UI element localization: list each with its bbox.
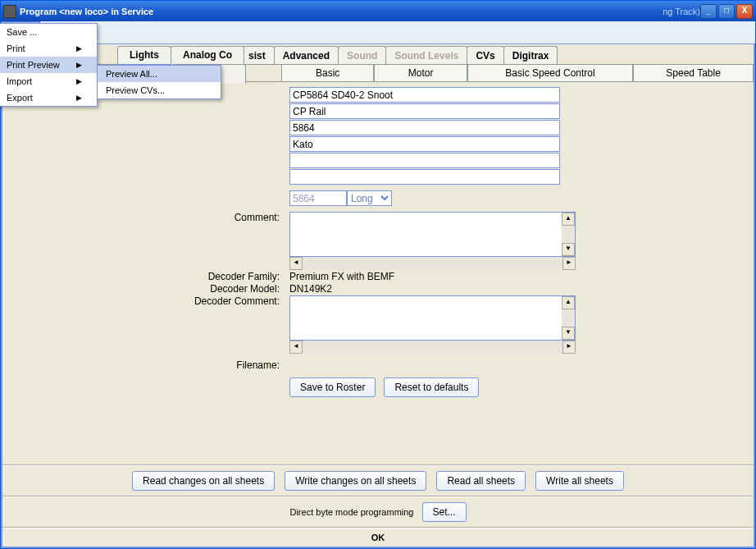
tab-sound[interactable]: Sound (338, 46, 386, 64)
decoder-comment-textarea[interactable]: ▲▼ (289, 295, 576, 341)
submenu-arrow-icon: ▶ (76, 94, 82, 102)
window-title: Program <new loco> in Service (20, 7, 515, 16)
menu-export[interactable]: Export▶ (0, 89, 97, 106)
owner-field[interactable] (289, 153, 560, 168)
filename-label: Filename: (11, 359, 289, 371)
scroll-up-icon[interactable]: ▲ (562, 213, 575, 226)
submenu-arrow-icon: ▶ (76, 77, 82, 85)
tab-basic-speed[interactable]: Basic Speed Control (467, 65, 633, 82)
scroll-down-icon[interactable]: ▼ (562, 327, 575, 340)
decoder-model-value: DN149K2 (289, 283, 332, 295)
scroll-right-icon[interactable]: ► (562, 257, 576, 270)
tab-consist[interactable]: sist (239, 46, 275, 64)
id-field[interactable] (289, 87, 560, 103)
read-all-button[interactable]: Read all sheets (436, 471, 526, 491)
mode-bar: Direct byte mode programming Set... (2, 496, 754, 527)
tab-analog-partial[interactable]: Analog Co (171, 46, 244, 66)
menu-save[interactable]: Save ... (0, 24, 97, 40)
decoder-family-value: Premium FX with BEMF (289, 271, 394, 282)
comment-label: Comment: (11, 212, 289, 223)
close-button[interactable]: X (736, 4, 753, 19)
read-changes-button[interactable]: Read changes on all sheets (132, 471, 275, 491)
comment-textarea[interactable]: ▲▼ (289, 212, 576, 257)
scroll-up-icon[interactable]: ▲ (562, 296, 575, 309)
tab-cvs[interactable]: CVs (467, 46, 503, 64)
titlebar: Program <new loco> in Service ng Track) … (1, 1, 755, 21)
minimize-button[interactable]: _ (700, 4, 717, 19)
write-all-button[interactable]: Write all sheets (535, 471, 624, 491)
tab-advanced[interactable]: Advanced (274, 46, 339, 64)
main-window: Program <new loco> in Service ng Track) … (0, 0, 756, 549)
decoder-comment-label: Decoder Comment: (11, 295, 289, 307)
reset-to-defaults-button[interactable]: Reset to defaults (384, 377, 479, 397)
content-area: sist Advanced Sound Sound Levels CVs Dig… (1, 44, 755, 548)
tabs-upper: sist Advanced Sound Sound Levels CVs Dig… (2, 46, 754, 64)
menu-import[interactable]: Import▶ (0, 73, 97, 89)
road-field[interactable] (289, 103, 560, 119)
maximize-button[interactable]: □ (718, 4, 735, 19)
write-changes-button[interactable]: Write changes on all sheets (285, 471, 426, 491)
scroll-right-icon[interactable]: ► (562, 341, 576, 354)
menu-preview-cvs[interactable]: Preview CVs... (98, 82, 221, 98)
window-title-secondary: ng Track) (663, 7, 700, 16)
manufacturer-field[interactable] (289, 136, 560, 152)
ok-button[interactable]: OK (371, 533, 385, 542)
submenu-arrow-icon: ▶ (76, 44, 82, 53)
tab-digitrax[interactable]: Digitrax (503, 46, 558, 64)
decoder-model-label: Decoder Model: (11, 283, 289, 295)
tab-basic[interactable]: Basic (281, 65, 374, 82)
number-field[interactable] (289, 120, 560, 135)
save-to-roster-button[interactable]: Save to Roster (289, 377, 376, 397)
set-mode-button[interactable]: Set... (422, 502, 467, 522)
menu-print[interactable]: Print▶ (0, 40, 97, 57)
tab-lights[interactable]: Lights (117, 46, 171, 66)
menubar: File Reset (1, 21, 755, 44)
tab-sound-levels[interactable]: Sound Levels (385, 46, 467, 64)
roster-panel: Lights Analog Co ry Fu Long Comment (2, 82, 754, 464)
model-field[interactable] (289, 169, 560, 185)
file-dropdown: Save ... Print▶ Print Preview▶ Import▶ E… (0, 23, 98, 107)
scroll-down-icon[interactable]: ▼ (562, 243, 575, 256)
programming-mode-label: Direct byte mode programming (289, 507, 413, 517)
sheet-buttons-bar: Read changes on all sheets Write changes… (2, 464, 754, 496)
address-field[interactable] (289, 190, 347, 206)
menu-preview-all[interactable]: Preview All... (98, 66, 221, 82)
tab-motor[interactable]: Motor (374, 65, 467, 82)
ok-bar: OK (2, 527, 754, 547)
tab-speed-table[interactable]: Speed Table (633, 65, 754, 82)
submenu-arrow-icon: ▶ (76, 61, 82, 69)
scroll-left-icon[interactable]: ◄ (289, 341, 303, 354)
preview-submenu: Preview All... Preview CVs... (97, 65, 221, 99)
address-type-select[interactable]: Long (347, 190, 392, 206)
scroll-left-icon[interactable]: ◄ (289, 257, 303, 270)
decoder-family-label: Decoder Family: (11, 271, 289, 282)
menu-print-preview[interactable]: Print Preview▶ (0, 57, 97, 73)
app-icon (3, 5, 16, 18)
